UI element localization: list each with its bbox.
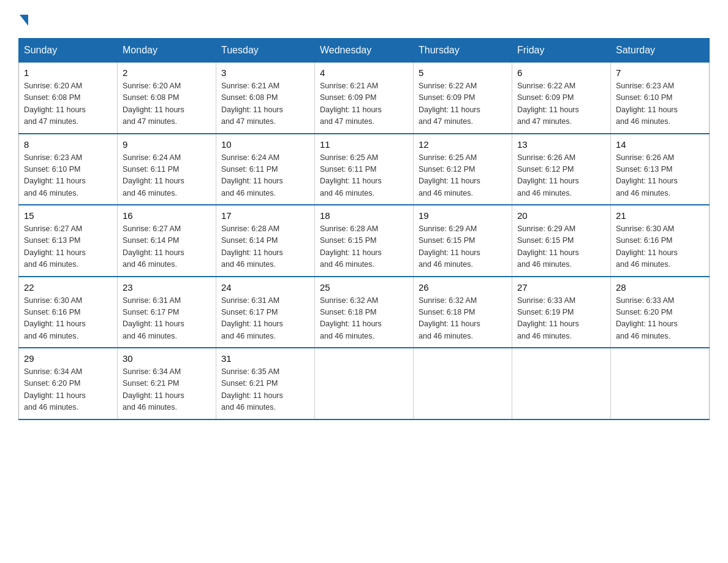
day-number: 10 — [221, 139, 309, 150]
day-number: 12 — [419, 139, 507, 150]
day-number: 31 — [221, 353, 309, 364]
table-row: 15 Sunrise: 6:27 AM Sunset: 6:13 PM Dayl… — [19, 205, 118, 277]
calendar-week-row: 29 Sunrise: 6:34 AM Sunset: 6:20 PM Dayl… — [19, 348, 710, 419]
table-row: 29 Sunrise: 6:34 AM Sunset: 6:20 PM Dayl… — [19, 348, 118, 419]
table-row: 6 Sunrise: 6:22 AM Sunset: 6:09 PM Dayli… — [512, 63, 611, 134]
header-saturday: Saturday — [611, 39, 710, 63]
day-info: Sunrise: 6:24 AM Sunset: 6:11 PM Dayligh… — [221, 152, 309, 200]
day-info: Sunrise: 6:32 AM Sunset: 6:18 PM Dayligh… — [419, 295, 507, 343]
day-number: 14 — [616, 139, 704, 150]
table-row: 20 Sunrise: 6:29 AM Sunset: 6:15 PM Dayl… — [512, 205, 611, 277]
table-row: 7 Sunrise: 6:23 AM Sunset: 6:10 PM Dayli… — [611, 63, 710, 134]
calendar-table: Sunday Monday Tuesday Wednesday Thursday… — [18, 38, 710, 420]
day-info: Sunrise: 6:30 AM Sunset: 6:16 PM Dayligh… — [24, 295, 112, 343]
table-row: 19 Sunrise: 6:29 AM Sunset: 6:15 PM Dayl… — [414, 205, 512, 277]
day-info: Sunrise: 6:26 AM Sunset: 6:13 PM Dayligh… — [616, 152, 704, 200]
day-info: Sunrise: 6:26 AM Sunset: 6:12 PM Dayligh… — [517, 152, 605, 200]
day-number: 11 — [320, 139, 408, 150]
calendar-header-row: Sunday Monday Tuesday Wednesday Thursday… — [19, 39, 710, 63]
table-row: 18 Sunrise: 6:28 AM Sunset: 6:15 PM Dayl… — [315, 205, 414, 277]
day-info: Sunrise: 6:29 AM Sunset: 6:15 PM Dayligh… — [419, 223, 507, 271]
header-thursday: Thursday — [414, 39, 512, 63]
table-row: 16 Sunrise: 6:27 AM Sunset: 6:14 PM Dayl… — [118, 205, 216, 277]
table-row: 10 Sunrise: 6:24 AM Sunset: 6:11 PM Dayl… — [216, 134, 315, 205]
table-row: 21 Sunrise: 6:30 AM Sunset: 6:16 PM Dayl… — [611, 205, 710, 277]
page-header — [18, 12, 710, 26]
day-number: 13 — [517, 139, 605, 150]
day-info: Sunrise: 6:20 AM Sunset: 6:08 PM Dayligh… — [24, 80, 112, 128]
day-info: Sunrise: 6:21 AM Sunset: 6:09 PM Dayligh… — [320, 80, 408, 128]
table-row: 25 Sunrise: 6:32 AM Sunset: 6:18 PM Dayl… — [315, 277, 414, 348]
table-row — [414, 348, 512, 419]
day-number: 2 — [123, 67, 211, 78]
day-info: Sunrise: 6:31 AM Sunset: 6:17 PM Dayligh… — [221, 295, 309, 343]
table-row: 2 Sunrise: 6:20 AM Sunset: 6:08 PM Dayli… — [118, 63, 216, 134]
calendar-week-row: 22 Sunrise: 6:30 AM Sunset: 6:16 PM Dayl… — [19, 277, 710, 348]
table-row: 24 Sunrise: 6:31 AM Sunset: 6:17 PM Dayl… — [216, 277, 315, 348]
day-info: Sunrise: 6:33 AM Sunset: 6:20 PM Dayligh… — [616, 295, 704, 343]
day-info: Sunrise: 6:35 AM Sunset: 6:21 PM Dayligh… — [221, 366, 309, 414]
day-number: 17 — [221, 210, 309, 221]
day-info: Sunrise: 6:31 AM Sunset: 6:17 PM Dayligh… — [123, 295, 211, 343]
day-number: 1 — [24, 67, 112, 78]
day-number: 5 — [419, 67, 507, 78]
header-sunday: Sunday — [19, 39, 118, 63]
day-info: Sunrise: 6:24 AM Sunset: 6:11 PM Dayligh… — [123, 152, 211, 200]
table-row: 9 Sunrise: 6:24 AM Sunset: 6:11 PM Dayli… — [118, 134, 216, 205]
day-number: 8 — [24, 139, 112, 150]
calendar-week-row: 15 Sunrise: 6:27 AM Sunset: 6:13 PM Dayl… — [19, 205, 710, 277]
table-row: 31 Sunrise: 6:35 AM Sunset: 6:21 PM Dayl… — [216, 348, 315, 419]
day-number: 30 — [123, 353, 211, 364]
table-row — [611, 348, 710, 419]
day-info: Sunrise: 6:29 AM Sunset: 6:15 PM Dayligh… — [517, 223, 605, 271]
day-number: 6 — [517, 67, 605, 78]
day-number: 18 — [320, 210, 408, 221]
day-info: Sunrise: 6:28 AM Sunset: 6:15 PM Dayligh… — [320, 223, 408, 271]
day-info: Sunrise: 6:22 AM Sunset: 6:09 PM Dayligh… — [419, 80, 507, 128]
header-monday: Monday — [118, 39, 216, 63]
table-row: 12 Sunrise: 6:25 AM Sunset: 6:12 PM Dayl… — [414, 134, 512, 205]
table-row: 13 Sunrise: 6:26 AM Sunset: 6:12 PM Dayl… — [512, 134, 611, 205]
header-friday: Friday — [512, 39, 611, 63]
header-wednesday: Wednesday — [315, 39, 414, 63]
day-info: Sunrise: 6:32 AM Sunset: 6:18 PM Dayligh… — [320, 295, 408, 343]
table-row: 5 Sunrise: 6:22 AM Sunset: 6:09 PM Dayli… — [414, 63, 512, 134]
day-number: 19 — [419, 210, 507, 221]
table-row: 27 Sunrise: 6:33 AM Sunset: 6:19 PM Dayl… — [512, 277, 611, 348]
day-info: Sunrise: 6:34 AM Sunset: 6:20 PM Dayligh… — [24, 366, 112, 414]
table-row — [512, 348, 611, 419]
calendar-week-row: 8 Sunrise: 6:23 AM Sunset: 6:10 PM Dayli… — [19, 134, 710, 205]
table-row: 1 Sunrise: 6:20 AM Sunset: 6:08 PM Dayli… — [19, 63, 118, 134]
logo — [18, 12, 28, 26]
table-row: 3 Sunrise: 6:21 AM Sunset: 6:08 PM Dayli… — [216, 63, 315, 134]
day-number: 7 — [616, 67, 704, 78]
day-info: Sunrise: 6:27 AM Sunset: 6:13 PM Dayligh… — [24, 223, 112, 271]
table-row: 23 Sunrise: 6:31 AM Sunset: 6:17 PM Dayl… — [118, 277, 216, 348]
day-number: 28 — [616, 282, 704, 293]
day-info: Sunrise: 6:23 AM Sunset: 6:10 PM Dayligh… — [24, 152, 112, 200]
day-number: 9 — [123, 139, 211, 150]
calendar-week-row: 1 Sunrise: 6:20 AM Sunset: 6:08 PM Dayli… — [19, 63, 710, 134]
day-number: 15 — [24, 210, 112, 221]
day-info: Sunrise: 6:28 AM Sunset: 6:14 PM Dayligh… — [221, 223, 309, 271]
day-number: 20 — [517, 210, 605, 221]
day-number: 29 — [24, 353, 112, 364]
table-row: 26 Sunrise: 6:32 AM Sunset: 6:18 PM Dayl… — [414, 277, 512, 348]
table-row: 8 Sunrise: 6:23 AM Sunset: 6:10 PM Dayli… — [19, 134, 118, 205]
day-number: 22 — [24, 282, 112, 293]
table-row: 30 Sunrise: 6:34 AM Sunset: 6:21 PM Dayl… — [118, 348, 216, 419]
day-info: Sunrise: 6:25 AM Sunset: 6:12 PM Dayligh… — [419, 152, 507, 200]
table-row: 4 Sunrise: 6:21 AM Sunset: 6:09 PM Dayli… — [315, 63, 414, 134]
day-info: Sunrise: 6:20 AM Sunset: 6:08 PM Dayligh… — [123, 80, 211, 128]
day-info: Sunrise: 6:34 AM Sunset: 6:21 PM Dayligh… — [123, 366, 211, 414]
day-info: Sunrise: 6:30 AM Sunset: 6:16 PM Dayligh… — [616, 223, 704, 271]
day-info: Sunrise: 6:33 AM Sunset: 6:19 PM Dayligh… — [517, 295, 605, 343]
day-number: 16 — [123, 210, 211, 221]
day-info: Sunrise: 6:23 AM Sunset: 6:10 PM Dayligh… — [616, 80, 704, 128]
table-row: 22 Sunrise: 6:30 AM Sunset: 6:16 PM Dayl… — [19, 277, 118, 348]
day-number: 27 — [517, 282, 605, 293]
header-tuesday: Tuesday — [216, 39, 315, 63]
logo-arrow-icon — [20, 15, 28, 26]
day-number: 26 — [419, 282, 507, 293]
day-info: Sunrise: 6:21 AM Sunset: 6:08 PM Dayligh… — [221, 80, 309, 128]
